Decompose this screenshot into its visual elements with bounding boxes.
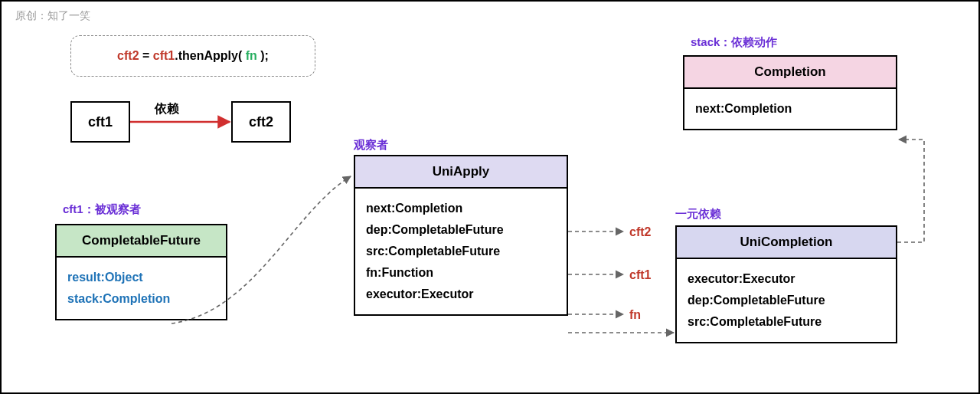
class-unicompletion: UniCompletion executor:Executor dep:Comp… bbox=[675, 225, 897, 343]
ref-fn: fn bbox=[629, 308, 641, 322]
label-stack: stack：依赖动作 bbox=[691, 35, 777, 50]
code-cft2: cft2 bbox=[117, 49, 139, 62]
class-title: UniApply bbox=[355, 156, 567, 189]
field-executor: executor:Executor bbox=[688, 268, 885, 290]
field-dep: dep:CompletableFuture bbox=[688, 290, 885, 311]
code-close: ); bbox=[257, 49, 269, 62]
class-body: result:Object stack:Completion bbox=[57, 258, 226, 319]
class-title: UniCompletion bbox=[677, 227, 896, 259]
class-uniapply: UniApply next:Completion dep:Completable… bbox=[354, 155, 568, 316]
label-cft1-observee: cft1：被观察者 bbox=[63, 202, 141, 217]
field-src: src:CompletableFuture bbox=[366, 241, 556, 262]
field-fn: fn:Function bbox=[366, 262, 556, 284]
code-then: .thenApply( bbox=[175, 49, 245, 62]
class-body: next:Completion bbox=[684, 89, 896, 129]
dependency-label: 依赖 bbox=[155, 101, 179, 117]
node-cft1: cft1 bbox=[70, 101, 130, 143]
node-cft2: cft2 bbox=[231, 101, 291, 143]
ref-cft2: cft2 bbox=[629, 225, 651, 239]
class-title: CompletableFuture bbox=[57, 225, 226, 258]
field-result: result:Object bbox=[67, 267, 215, 288]
label-unary-dep: 一元依赖 bbox=[675, 207, 721, 222]
code-snippet: cft2 = cft1.thenApply( fn ); bbox=[70, 35, 315, 77]
class-completion: Completion next:Completion bbox=[683, 55, 897, 130]
class-title: Completion bbox=[684, 57, 896, 89]
field-next: next:Completion bbox=[695, 98, 885, 120]
field-dep: dep:CompletableFuture bbox=[366, 219, 556, 241]
class-body: next:Completion dep:CompletableFuture sr… bbox=[355, 189, 567, 314]
code-eq: = bbox=[139, 49, 153, 62]
field-executor: executor:Executor bbox=[366, 284, 556, 305]
field-next: next:Completion bbox=[366, 198, 556, 219]
code-cft1: cft1 bbox=[153, 49, 175, 62]
code-fn: fn bbox=[246, 49, 257, 62]
class-completablefuture: CompletableFuture result:Object stack:Co… bbox=[55, 224, 227, 320]
field-stack: stack:Completion bbox=[67, 288, 215, 310]
class-body: executor:Executor dep:CompletableFuture … bbox=[677, 259, 896, 342]
field-src: src:CompletableFuture bbox=[688, 311, 885, 333]
ref-cft1: cft1 bbox=[629, 268, 651, 282]
watermark-text: 原创：知了一笑 bbox=[15, 9, 90, 23]
label-observer: 观察者 bbox=[354, 138, 388, 153]
